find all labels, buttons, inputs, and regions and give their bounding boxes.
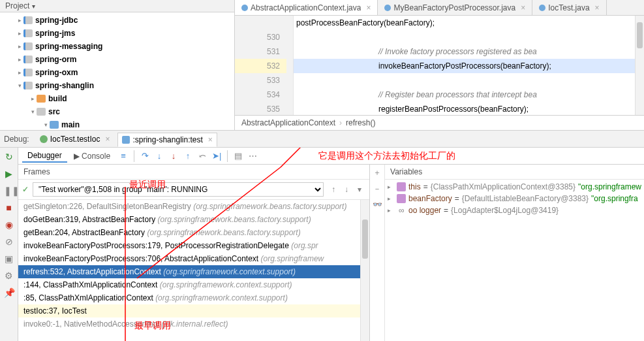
step-out-icon[interactable]: ↑ [181,150,194,163]
tree-arrow-icon[interactable] [29,108,37,115]
code-line[interactable]: invokeBeanFactoryPostProcessors(beanFact… [294,59,644,73]
tree-node[interactable]: build [0,92,234,105]
stack-frame[interactable]: invokeBeanFactoryPostProcessors:706, Abs… [18,252,369,265]
tree-node[interactable]: spring-oxm [0,66,234,79]
breadcrumb-class[interactable]: AbstractApplicationContext [241,118,335,127]
remove-watch-icon[interactable]: － [372,184,382,195]
gutter: 530531532533534535536 [235,16,294,115]
tree-arrow-icon[interactable] [16,69,23,76]
close-icon[interactable]: × [521,3,525,12]
mute-breakpoints-icon[interactable]: ⊘ [4,236,14,247]
close-icon[interactable]: × [366,3,371,12]
tree-node[interactable]: src [0,105,234,118]
expand-icon[interactable]: ▸ [388,195,394,202]
step-over-icon[interactable]: ↷ [138,150,151,163]
stack-frame[interactable]: invoke0:-1, NativeMethodAccessorImpl (jd… [18,317,369,331]
code-line[interactable] [294,73,644,88]
code-line[interactable]: // Invoke factory processors registered … [294,44,644,59]
debug-session-tab[interactable]: IocTest.testIoc× [36,132,114,146]
line-number[interactable]: 535 [235,102,286,115]
scrollbar-thumb[interactable] [637,22,643,48]
stop-icon[interactable]: ■ [4,203,14,213]
tab-debugger[interactable]: Debugger [22,150,67,163]
project-header[interactable]: Project ▾ [0,0,234,12]
line-number[interactable]: 531 [235,44,286,59]
watches-icon[interactable]: 👓 [372,200,382,209]
filter-icon[interactable]: ▾ [354,185,365,194]
tree-node[interactable]: spring-shanglin [0,79,234,92]
frames-scrollbar[interactable] [360,200,369,341]
tree-node[interactable]: main [0,118,234,130]
thread-select[interactable]: "Test worker"@1,508 in group "main": RUN… [33,182,324,197]
stack-frame[interactable]: refresh:532, AbstractApplicationContext … [18,265,369,278]
tree-node[interactable]: spring-messaging [0,40,234,53]
stack-frame[interactable]: getSingleton:226, DefaultSingletonBeanRe… [18,200,369,213]
variable-row[interactable]: ▸beanFactory = {DefaultListableBeanFacto… [385,193,644,204]
stack-frame[interactable]: :85, ClassPathXmlApplicationContext (org… [18,291,369,304]
tree-arrow-icon[interactable] [29,95,37,102]
folder-icon [50,121,59,129]
stack-frame[interactable]: getBean:204, AbstractBeanFactory (org.sp… [18,226,369,239]
stack-frame[interactable]: doGetBean:319, AbstractBeanFactory (org.… [18,213,369,226]
editor-tab[interactable]: IocTest.java× [532,0,606,15]
resume-icon[interactable]: ▶ [4,169,14,179]
force-step-into-icon[interactable]: ↓ [167,150,180,163]
run-to-cursor-icon[interactable]: ➤| [210,150,223,163]
scrollbar-thumb[interactable] [362,219,368,259]
line-number[interactable]: 532 [235,59,286,73]
pause-icon[interactable]: ❚❚ [4,186,14,196]
tree-label: spring-shanglin [35,81,94,90]
frame-method: invokeBeanFactoryPostProcessors:179, Pos… [23,241,289,250]
tab-console[interactable]: ▶ Console [69,150,115,162]
line-number[interactable] [235,16,286,30]
stack-frame[interactable]: :144, ClassPathXmlApplicationContext (or… [18,278,369,291]
line-number[interactable]: 533 [235,73,286,88]
code-line[interactable]: // Register bean processors that interce… [294,88,644,102]
tree-node[interactable]: spring-jdbc [0,14,234,27]
expand-icon[interactable]: ▸ [388,184,394,190]
add-watch-icon[interactable]: ＋ [372,167,382,178]
stack-frame[interactable]: testIoc:37, IocTest [18,304,369,317]
tree-node[interactable]: spring-orm [0,53,234,66]
close-icon[interactable]: × [595,3,600,12]
code-line[interactable]: registerBeanPostProcessors(beanFactory); [294,102,644,115]
stack-frame[interactable]: invokeBeanFactoryPostProcessors:179, Pos… [18,239,369,252]
rerun-icon[interactable]: ↻ [4,152,14,162]
threads-icon[interactable]: ≡ [117,150,130,163]
tree-arrow-icon[interactable] [42,122,50,128]
variable-row[interactable]: ▸this = {ClassPathXmlApplicationContext@… [385,181,644,193]
editor-tab[interactable]: AbstractApplicationContext.java× [235,0,378,15]
step-into-icon[interactable]: ↓ [153,150,166,163]
tree-arrow-icon[interactable] [16,82,23,89]
line-number[interactable]: 534 [235,88,286,102]
close-icon[interactable]: × [105,135,110,144]
tree-arrow-icon[interactable] [16,30,23,37]
prev-frame-icon[interactable]: ↑ [328,185,339,194]
expand-icon[interactable]: ▸ [388,207,394,214]
folder-icon [23,56,33,63]
drop-frame-icon[interactable]: ⤺ [196,150,209,163]
settings-icon[interactable]: ⚙ [4,270,14,281]
editor-scrollbar[interactable] [635,16,644,115]
pin-icon[interactable]: 📌 [4,287,14,298]
code-line[interactable] [294,30,644,44]
trace-icon[interactable]: ⋯ [246,150,259,163]
line-number[interactable]: 530 [235,30,286,44]
editor-tab[interactable]: MyBeanFactoryPostProcessor.java× [378,0,532,15]
breadcrumb[interactable]: AbstractApplicationContext › refresh() [235,115,644,130]
code-line[interactable]: postProcessBeanFactory(beanFactory); [294,16,644,30]
tree-arrow-icon[interactable] [16,17,23,24]
tree-arrow-icon[interactable] [16,43,23,50]
evaluate-icon[interactable]: ▤ [232,150,245,163]
tree-node[interactable]: spring-jms [0,27,234,40]
breadcrumb-method[interactable]: refresh() [346,118,375,127]
close-icon[interactable]: × [208,135,213,144]
divider [134,150,134,162]
tree-arrow-icon[interactable] [16,56,23,63]
view-breakpoints-icon[interactable]: ◉ [4,219,14,230]
next-frame-icon[interactable]: ↓ [341,185,352,194]
camera-icon[interactable]: ▣ [4,253,14,264]
variable-row[interactable]: ▸∞oo logger = {LogAdapter$Log4jLog@3419} [385,204,644,216]
debug-session-tab[interactable]: :spring-shanglin:test× [117,133,217,147]
code-lines[interactable]: postProcessBeanFactory(beanFactory);// I… [294,16,644,115]
